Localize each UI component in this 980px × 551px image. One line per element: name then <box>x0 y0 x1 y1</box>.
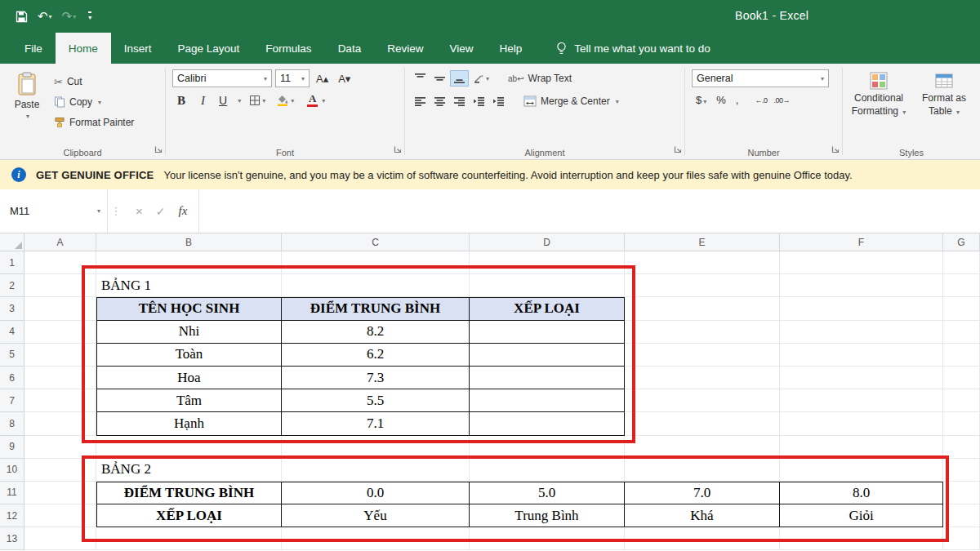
cell-B9[interactable] <box>96 436 282 459</box>
format-painter-button[interactable]: Format Painter <box>51 113 137 131</box>
row-header-7[interactable]: 7 <box>0 389 24 412</box>
cell-C8[interactable]: 7.1 <box>282 412 470 435</box>
cell-F2[interactable] <box>780 274 943 297</box>
col-header-A[interactable]: A <box>24 233 96 251</box>
cell-D11[interactable]: 5.0 <box>470 482 625 504</box>
save-button[interactable] <box>13 9 30 24</box>
cell-D4[interactable] <box>470 321 625 344</box>
cell-F9[interactable] <box>780 436 943 459</box>
row-header-13[interactable]: 13 <box>0 527 24 550</box>
cell-G3[interactable] <box>943 297 980 320</box>
orientation-button[interactable]: ▾ <box>470 71 492 86</box>
cut-button[interactable]: ✂ Cut <box>51 73 137 91</box>
col-header-D[interactable]: D <box>470 233 625 251</box>
align-bottom-button[interactable] <box>451 71 468 86</box>
cell-B6[interactable]: Hoa <box>96 367 282 389</box>
conditional-formatting-button[interactable]: Conditional Formatting ▾ <box>846 67 911 118</box>
font-size-select[interactable]: 11 ▾ <box>275 69 310 87</box>
cell-D8[interactable] <box>470 412 625 435</box>
tab-view[interactable]: View <box>436 33 486 64</box>
dialog-launcher-icon[interactable] <box>154 142 163 157</box>
cell-E1[interactable] <box>625 251 780 274</box>
row-header-11[interactable]: 11 <box>0 482 24 504</box>
cell-C6[interactable]: 7.3 <box>282 367 470 389</box>
cell-B3[interactable]: TÊN HỌC SINH <box>96 297 282 320</box>
cell-A3[interactable] <box>24 297 96 320</box>
cell-A5[interactable] <box>24 344 96 367</box>
currency-format-button[interactable]: $▾ <box>692 92 710 108</box>
formula-bar-handle[interactable]: ⋮ <box>108 189 124 233</box>
cell-E9[interactable] <box>625 436 780 459</box>
cell-B7[interactable]: Tâm <box>96 389 282 412</box>
cell-E10[interactable] <box>625 459 780 482</box>
row-header-1[interactable]: 1 <box>0 251 24 274</box>
row-header-6[interactable]: 6 <box>0 367 24 389</box>
cell-G12[interactable] <box>943 504 980 527</box>
cell-C4[interactable]: 8.2 <box>282 321 470 344</box>
decrease-font-size-button[interactable]: A▾ <box>335 71 354 87</box>
row-header-3[interactable]: 3 <box>0 297 24 320</box>
cell-G9[interactable] <box>943 436 980 459</box>
chevron-down-icon[interactable]: ▾ <box>238 97 241 104</box>
cell-G8[interactable] <box>943 412 980 435</box>
cell-D3[interactable]: XẾP LOẠI <box>470 297 625 320</box>
cell-B12[interactable]: XẾP LOẠI <box>96 504 282 527</box>
copy-button[interactable]: Copy ▾ <box>51 93 137 111</box>
chevron-down-icon[interactable]: ▾ <box>98 99 101 106</box>
cell-G2[interactable] <box>943 274 980 297</box>
align-middle-button[interactable] <box>431 71 448 86</box>
cell-B8[interactable]: Hạnh <box>96 412 282 435</box>
dialog-launcher-icon[interactable] <box>674 142 682 157</box>
font-name-select[interactable]: Calibri ▾ <box>172 69 272 87</box>
row-header-8[interactable]: 8 <box>0 412 24 435</box>
cell-B11[interactable]: ĐIỂM TRUNG BÌNH <box>96 482 282 504</box>
font-color-button[interactable]: A ▾ <box>302 92 327 109</box>
cell-E4[interactable] <box>625 321 780 344</box>
cell-C1[interactable] <box>282 251 470 274</box>
increase-decimal-button[interactable]: ←.0 <box>752 94 769 107</box>
cell-B5[interactable]: Toàn <box>96 344 282 367</box>
cell-C7[interactable]: 5.5 <box>282 389 470 412</box>
cell-F12[interactable]: Giỏi <box>780 504 943 527</box>
cell-C9[interactable] <box>282 436 470 459</box>
cell-A11[interactable] <box>24 482 96 504</box>
row-header-2[interactable]: 2 <box>0 274 24 297</box>
cell-C3[interactable]: ĐIỂM TRUNG BÌNH <box>282 297 470 320</box>
cell-A7[interactable] <box>24 389 96 412</box>
cell-E7[interactable] <box>625 389 780 412</box>
cell-A4[interactable] <box>24 321 96 344</box>
insert-function-button[interactable]: fx <box>179 204 188 218</box>
cell-B10[interactable]: BẢNG 2 <box>96 459 282 482</box>
row-header-5[interactable]: 5 <box>0 344 24 367</box>
tab-help[interactable]: Help <box>486 33 535 64</box>
cell-A6[interactable] <box>24 367 96 389</box>
cell-C12[interactable]: Yếu <box>282 504 470 527</box>
cell-D5[interactable] <box>470 344 625 367</box>
cell-G4[interactable] <box>943 321 980 344</box>
wrap-text-button[interactable]: ab↩ Wrap Text <box>505 69 575 87</box>
chevron-down-icon[interactable]: ▾ <box>97 207 100 215</box>
cell-G1[interactable] <box>943 251 980 274</box>
cell-F13[interactable] <box>780 527 943 550</box>
chevron-down-icon[interactable]: ▾ <box>73 13 76 20</box>
increase-font-size-button[interactable]: A▴ <box>313 71 332 87</box>
undo-button[interactable]: ↶▾ <box>35 7 55 25</box>
underline-button[interactable]: U <box>216 93 230 108</box>
row-header-4[interactable]: 4 <box>0 321 24 344</box>
tab-home[interactable]: Home <box>56 33 111 64</box>
tab-data[interactable]: Data <box>325 33 375 64</box>
cell-G5[interactable] <box>943 344 980 367</box>
cell-D2[interactable] <box>470 274 625 297</box>
cell-A10[interactable] <box>24 459 96 482</box>
number-format-select[interactable]: General ▾ <box>692 69 829 87</box>
cell-G10[interactable] <box>943 459 980 482</box>
cell-A9[interactable] <box>24 436 96 459</box>
cell-G6[interactable] <box>943 367 980 389</box>
cell-F10[interactable] <box>780 459 943 482</box>
cell-B1[interactable] <box>96 251 282 274</box>
cell-D10[interactable] <box>470 459 625 482</box>
cell-G7[interactable] <box>943 389 980 412</box>
decrease-decimal-button[interactable]: .00→ <box>771 94 792 107</box>
paste-button[interactable]: Paste ▾ <box>3 67 51 131</box>
tab-file[interactable]: File <box>11 33 56 64</box>
